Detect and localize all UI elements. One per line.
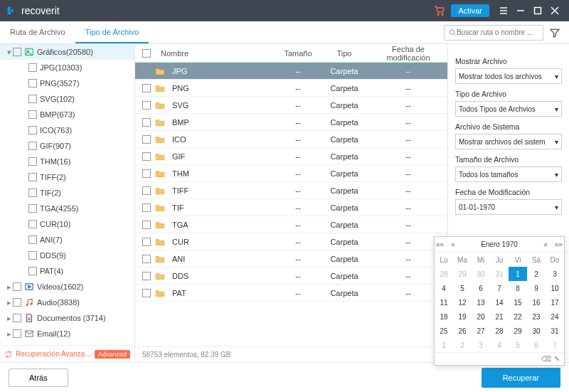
sidebar-item[interactable]: ICO(763)	[0, 122, 134, 138]
item-checkbox[interactable]	[28, 267, 37, 275]
file-row[interactable]: THM -- Carpeta --	[135, 165, 447, 182]
file-row[interactable]: ICO -- Carpeta --	[135, 131, 447, 148]
day-cell[interactable]: 4	[490, 338, 509, 352]
filter-type-select[interactable]: Todos Tipos de Archvios▾	[455, 101, 562, 117]
file-row[interactable]: PAT -- Carpeta --	[135, 285, 447, 302]
caret-right-icon[interactable]: ▸	[6, 298, 13, 307]
sidebar-item[interactable]: TIF(2)	[0, 185, 134, 201]
category-checkbox[interactable]	[13, 298, 21, 307]
row-checkbox[interactable]	[142, 203, 151, 212]
day-cell[interactable]: 1	[509, 267, 527, 281]
sidebar-item[interactable]: JPG(10303)	[0, 60, 134, 75]
col-type[interactable]: Tipo	[319, 49, 369, 58]
file-row[interactable]: CUR -- Carpeta --	[135, 233, 447, 250]
file-row[interactable]: BMP -- Carpeta --	[135, 114, 447, 131]
row-checkbox[interactable]	[142, 186, 151, 195]
filter-date-select[interactable]: 01-01-1970▾	[455, 199, 562, 215]
day-cell[interactable]: 22	[509, 309, 527, 324]
row-checkbox[interactable]	[142, 118, 151, 127]
category-checkbox[interactable]	[13, 282, 21, 291]
category-checkbox[interactable]	[13, 314, 21, 322]
item-checkbox[interactable]	[28, 204, 37, 213]
day-cell[interactable]: 25	[435, 324, 453, 338]
file-row[interactable]: ANI -- Carpeta --	[135, 250, 447, 267]
category-checkbox[interactable]	[13, 48, 21, 56]
sidebar-item[interactable]: THM(16)	[0, 154, 134, 169]
item-checkbox[interactable]	[28, 142, 37, 150]
sidebar-category[interactable]: ▾ Gráficos(20580)	[0, 44, 134, 60]
day-cell[interactable]: 4	[435, 281, 453, 295]
day-cell[interactable]: 29	[509, 324, 527, 338]
file-row[interactable]: TGA -- Carpeta --	[135, 216, 447, 233]
row-checkbox[interactable]	[142, 135, 151, 144]
file-row[interactable]: TIFF -- Carpeta --	[135, 182, 447, 199]
item-checkbox[interactable]	[28, 79, 37, 88]
file-row[interactable]: PNG -- Carpeta --	[135, 80, 447, 97]
item-checkbox[interactable]	[28, 63, 37, 72]
day-cell[interactable]: 31	[546, 324, 564, 338]
cart-icon[interactable]	[434, 5, 445, 16]
day-cell[interactable]: 24	[546, 309, 564, 324]
next-month-icon[interactable]: »	[542, 240, 549, 248]
tab-filetype[interactable]: Tipo de Archivo	[75, 21, 149, 43]
filter-icon[interactable]	[549, 27, 560, 38]
filter-show-select[interactable]: Mostrar todos los archivos▾	[455, 68, 562, 84]
day-cell[interactable]: 20	[472, 309, 490, 324]
category-checkbox[interactable]	[13, 329, 21, 338]
day-cell[interactable]: 11	[435, 295, 453, 309]
sidebar-item[interactable]: DDS(9)	[0, 248, 134, 263]
sidebar-category[interactable]: ▸ Videos(1602)	[0, 279, 134, 295]
day-cell[interactable]: 9	[527, 281, 546, 295]
sidebar-item[interactable]: GIF(907)	[0, 138, 134, 154]
tab-route[interactable]: Ruta de Archivo	[0, 21, 75, 43]
day-cell[interactable]: 7	[546, 338, 564, 352]
row-checkbox[interactable]	[142, 152, 151, 161]
day-cell[interactable]: 16	[527, 295, 546, 309]
day-cell[interactable]: 17	[546, 295, 564, 309]
next-year-icon[interactable]: »»	[553, 240, 564, 248]
day-cell[interactable]: 2	[527, 267, 546, 281]
day-cell[interactable]: 31	[490, 267, 509, 281]
col-name[interactable]: Nombre	[158, 49, 277, 58]
filter-system-select[interactable]: Mostrar archivos del sistem▾	[455, 134, 562, 149]
sidebar-item[interactable]: ANI(7)	[0, 232, 134, 248]
select-all-checkbox[interactable]	[142, 49, 151, 58]
day-cell[interactable]: 6	[472, 281, 490, 295]
row-checkbox[interactable]	[142, 84, 151, 92]
maximize-icon[interactable]	[529, 2, 546, 19]
item-checkbox[interactable]	[28, 189, 37, 197]
item-checkbox[interactable]	[28, 110, 37, 119]
file-row[interactable]: TIF -- Carpeta --	[135, 199, 447, 216]
row-checkbox[interactable]	[142, 67, 151, 75]
caret-right-icon[interactable]: ▸	[6, 314, 13, 323]
sidebar-item[interactable]: TIFF(2)	[0, 169, 134, 185]
day-cell[interactable]: 12	[453, 295, 472, 309]
datepicker-clear-icon[interactable]: ⌫	[541, 355, 551, 363]
menu-icon[interactable]	[495, 2, 512, 19]
row-checkbox[interactable]	[142, 221, 151, 229]
file-row[interactable]: GIF -- Carpeta --	[135, 148, 447, 165]
sidebar-category[interactable]: ▸ Audio(3838)	[0, 295, 134, 310]
day-cell[interactable]: 28	[490, 324, 509, 338]
close-icon[interactable]	[546, 2, 563, 19]
caret-down-icon[interactable]: ▾	[6, 48, 13, 57]
day-cell[interactable]: 8	[509, 281, 527, 295]
item-checkbox[interactable]	[28, 235, 37, 244]
sidebar-item[interactable]: SVG(102)	[0, 91, 134, 107]
sidebar-item[interactable]: BMP(673)	[0, 107, 134, 122]
day-cell[interactable]: 23	[527, 309, 546, 324]
row-checkbox[interactable]	[142, 101, 151, 110]
back-button[interactable]: Atrás	[9, 369, 68, 387]
search-input[interactable]	[457, 28, 538, 36]
file-row[interactable]: DDS -- Carpeta --	[135, 267, 447, 285]
day-cell[interactable]: 3	[472, 338, 490, 352]
day-cell[interactable]: 1	[435, 338, 453, 352]
row-checkbox[interactable]	[142, 289, 151, 297]
row-checkbox[interactable]	[142, 169, 151, 178]
day-cell[interactable]: 30	[472, 267, 490, 281]
row-checkbox[interactable]	[142, 255, 151, 263]
day-cell[interactable]: 18	[435, 309, 453, 324]
day-cell[interactable]: 15	[509, 295, 527, 309]
sidebar-category[interactable]: ▸ Documentos (3714)	[0, 310, 134, 326]
sidebar-item[interactable]: CUR(10)	[0, 216, 134, 232]
